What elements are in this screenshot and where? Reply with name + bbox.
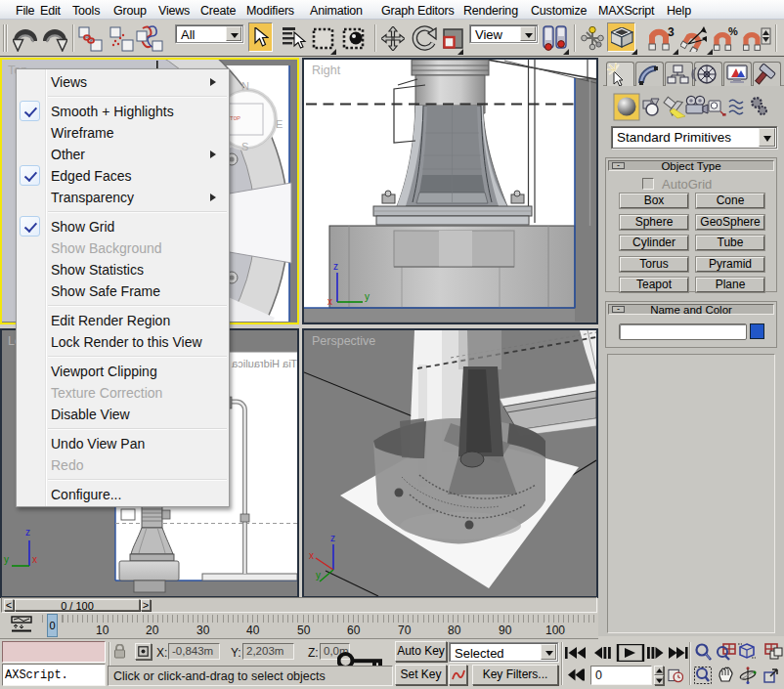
svg-text:x: x (327, 296, 332, 307)
svg-text:E: E (276, 118, 283, 130)
svg-text:z: z (330, 533, 335, 543)
svg-text:%: % (728, 26, 738, 37)
svg-text:T0P: T0P (230, 115, 240, 121)
svg-text:3: 3 (668, 26, 675, 39)
svg-text:y: y (365, 291, 370, 302)
svg-text:N: N (241, 80, 249, 92)
svg-text:z: z (25, 527, 30, 538)
svg-text:x: x (309, 550, 314, 561)
svg-text:Right: Right (312, 64, 341, 77)
svg-text:y: y (4, 554, 9, 565)
svg-text:S: S (241, 141, 248, 152)
svg-text:y: y (316, 570, 321, 581)
svg-text:x: x (32, 554, 37, 565)
svg-text:z: z (333, 261, 338, 272)
svg-text:Perspective: Perspective (312, 334, 375, 348)
